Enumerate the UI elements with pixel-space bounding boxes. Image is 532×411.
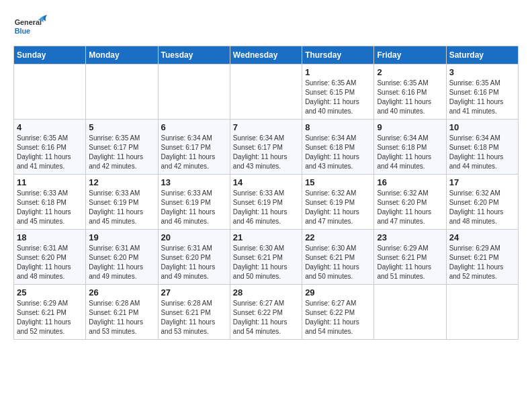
day-info: Sunrise: 6:35 AMSunset: 6:17 PMDaylight:… [89,134,154,171]
day-number: 1 [305,67,371,77]
calendar-cell [86,64,158,120]
calendar-cell: 11Sunrise: 6:33 AMSunset: 6:18 PMDayligh… [14,175,86,230]
calendar-cell: 18Sunrise: 6:31 AMSunset: 6:20 PMDayligh… [14,230,86,285]
calendar-cell: 29Sunrise: 6:27 AMSunset: 6:22 PMDayligh… [302,285,374,340]
day-number: 28 [233,287,299,298]
day-number: 24 [449,232,515,242]
calendar-week-row: 4Sunrise: 6:35 AMSunset: 6:16 PMDaylight… [14,120,519,175]
day-number: 10 [449,122,515,132]
day-info: Sunrise: 6:28 AMSunset: 6:21 PMDaylight:… [161,299,227,336]
calendar-cell: 12Sunrise: 6:33 AMSunset: 6:19 PMDayligh… [86,175,158,230]
day-number: 5 [89,122,154,132]
day-info: Sunrise: 6:29 AMSunset: 6:21 PMDaylight:… [17,299,83,336]
day-number: 12 [89,177,154,187]
calendar-cell: 23Sunrise: 6:29 AMSunset: 6:21 PMDayligh… [374,230,446,285]
weekday-header: Monday [86,46,158,64]
day-info: Sunrise: 6:34 AMSunset: 6:18 PMDaylight:… [449,134,515,171]
day-info: Sunrise: 6:29 AMSunset: 6:21 PMDaylight:… [377,244,443,281]
day-info: Sunrise: 6:32 AMSunset: 6:19 PMDaylight:… [305,189,371,226]
day-info: Sunrise: 6:34 AMSunset: 6:17 PMDaylight:… [161,134,227,171]
day-info: Sunrise: 6:32 AMSunset: 6:20 PMDaylight:… [449,189,515,226]
day-number: 29 [305,287,371,298]
calendar-cell: 15Sunrise: 6:32 AMSunset: 6:19 PMDayligh… [302,175,374,230]
calendar-cell [14,64,86,120]
day-info: Sunrise: 6:34 AMSunset: 6:17 PMDaylight:… [233,134,299,171]
day-info: Sunrise: 6:35 AMSunset: 6:16 PMDaylight:… [449,79,515,116]
calendar-cell: 28Sunrise: 6:27 AMSunset: 6:22 PMDayligh… [230,285,302,340]
day-number: 7 [233,122,299,132]
day-number: 6 [161,122,227,132]
calendar-cell: 17Sunrise: 6:32 AMSunset: 6:20 PMDayligh… [446,175,518,230]
day-info: Sunrise: 6:33 AMSunset: 6:19 PMDaylight:… [161,189,227,226]
day-info: Sunrise: 6:27 AMSunset: 6:22 PMDaylight:… [305,299,371,336]
weekday-header: Sunday [14,46,86,64]
weekday-header: Tuesday [158,46,230,64]
day-number: 9 [377,122,443,132]
calendar-cell: 21Sunrise: 6:30 AMSunset: 6:21 PMDayligh… [230,230,302,285]
calendar-cell: 14Sunrise: 6:33 AMSunset: 6:19 PMDayligh… [230,175,302,230]
calendar-cell: 7Sunrise: 6:34 AMSunset: 6:17 PMDaylight… [230,120,302,175]
day-number: 16 [377,177,443,187]
svg-text:General: General [15,18,42,26]
calendar-cell: 19Sunrise: 6:31 AMSunset: 6:20 PMDayligh… [86,230,158,285]
day-info: Sunrise: 6:31 AMSunset: 6:20 PMDaylight:… [89,244,154,281]
day-info: Sunrise: 6:30 AMSunset: 6:21 PMDaylight:… [233,244,299,281]
day-info: Sunrise: 6:31 AMSunset: 6:20 PMDaylight:… [161,244,227,281]
day-number: 3 [449,67,515,77]
day-number: 22 [305,232,371,242]
day-info: Sunrise: 6:27 AMSunset: 6:22 PMDaylight:… [233,299,299,336]
weekday-header: Saturday [446,46,518,64]
calendar-cell: 22Sunrise: 6:30 AMSunset: 6:21 PMDayligh… [302,230,374,285]
calendar-cell: 10Sunrise: 6:34 AMSunset: 6:18 PMDayligh… [446,120,518,175]
calendar-cell [230,64,302,120]
day-info: Sunrise: 6:28 AMSunset: 6:21 PMDaylight:… [89,299,154,336]
day-info: Sunrise: 6:35 AMSunset: 6:16 PMDaylight:… [377,79,443,116]
calendar-cell: 9Sunrise: 6:34 AMSunset: 6:18 PMDaylight… [374,120,446,175]
calendar-week-row: 25Sunrise: 6:29 AMSunset: 6:21 PMDayligh… [14,285,519,340]
day-number: 23 [377,232,443,242]
logo-icon: General Blue [13,13,47,40]
day-number: 27 [161,287,227,298]
day-number: 4 [17,122,83,132]
calendar-cell: 8Sunrise: 6:34 AMSunset: 6:18 PMDaylight… [302,120,374,175]
calendar-cell: 24Sunrise: 6:29 AMSunset: 6:21 PMDayligh… [446,230,518,285]
weekday-header: Thursday [302,46,374,64]
day-number: 13 [161,177,227,187]
calendar-cell: 13Sunrise: 6:33 AMSunset: 6:19 PMDayligh… [158,175,230,230]
day-number: 14 [233,177,299,187]
day-number: 25 [17,287,83,298]
calendar-cell: 5Sunrise: 6:35 AMSunset: 6:17 PMDaylight… [86,120,158,175]
day-info: Sunrise: 6:31 AMSunset: 6:20 PMDaylight:… [17,244,83,281]
day-info: Sunrise: 6:35 AMSunset: 6:15 PMDaylight:… [305,79,371,116]
day-number: 15 [305,177,371,187]
calendar-cell: 25Sunrise: 6:29 AMSunset: 6:21 PMDayligh… [14,285,86,340]
day-info: Sunrise: 6:32 AMSunset: 6:20 PMDaylight:… [377,189,443,226]
calendar-table: SundayMondayTuesdayWednesdayThursdayFrid… [13,46,519,340]
day-number: 17 [449,177,515,187]
calendar-cell: 16Sunrise: 6:32 AMSunset: 6:20 PMDayligh… [374,175,446,230]
calendar-week-row: 1Sunrise: 6:35 AMSunset: 6:15 PMDaylight… [14,64,519,120]
day-number: 8 [305,122,371,132]
day-info: Sunrise: 6:34 AMSunset: 6:18 PMDaylight:… [305,134,371,171]
day-info: Sunrise: 6:29 AMSunset: 6:21 PMDaylight:… [449,244,515,281]
day-number: 21 [233,232,299,242]
day-info: Sunrise: 6:34 AMSunset: 6:18 PMDaylight:… [377,134,443,171]
calendar-cell: 1Sunrise: 6:35 AMSunset: 6:15 PMDaylight… [302,64,374,120]
calendar-cell: 27Sunrise: 6:28 AMSunset: 6:21 PMDayligh… [158,285,230,340]
day-info: Sunrise: 6:30 AMSunset: 6:21 PMDaylight:… [305,244,371,281]
weekday-header: Friday [374,46,446,64]
logo: General Blue [13,13,50,40]
calendar-week-row: 11Sunrise: 6:33 AMSunset: 6:18 PMDayligh… [14,175,519,230]
day-number: 11 [17,177,83,187]
calendar-cell: 20Sunrise: 6:31 AMSunset: 6:20 PMDayligh… [158,230,230,285]
day-info: Sunrise: 6:35 AMSunset: 6:16 PMDaylight:… [17,134,83,171]
page-header: General Blue [13,13,519,40]
svg-text:Blue: Blue [15,27,30,35]
calendar-cell: 3Sunrise: 6:35 AMSunset: 6:16 PMDaylight… [446,64,518,120]
day-info: Sunrise: 6:33 AMSunset: 6:19 PMDaylight:… [89,189,154,226]
calendar-cell: 4Sunrise: 6:35 AMSunset: 6:16 PMDaylight… [14,120,86,175]
day-info: Sunrise: 6:33 AMSunset: 6:19 PMDaylight:… [233,189,299,226]
calendar-cell: 26Sunrise: 6:28 AMSunset: 6:21 PMDayligh… [86,285,158,340]
calendar-cell [158,64,230,120]
day-number: 20 [161,232,227,242]
